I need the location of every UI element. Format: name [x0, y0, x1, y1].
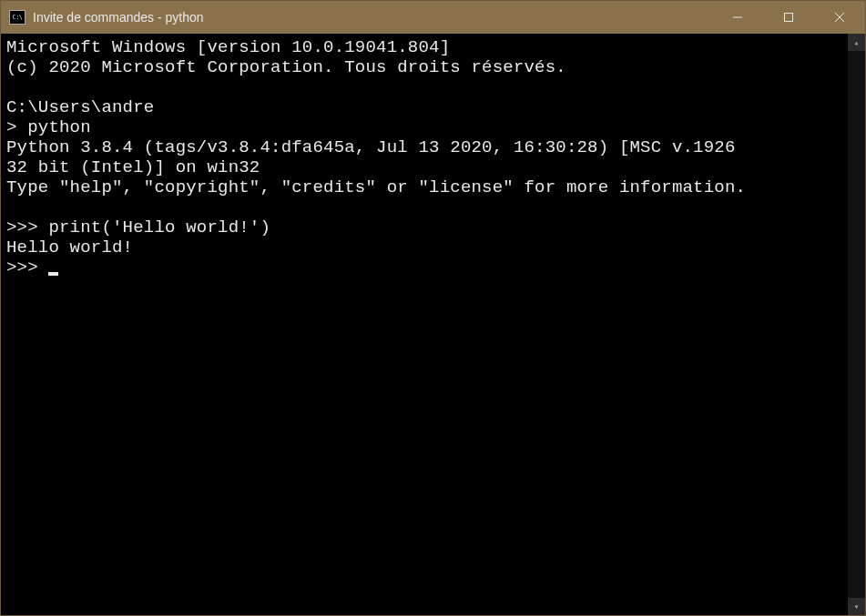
output-line: Python 3.8.4 (tags/v3.8.4:dfa645a, Jul 1… [6, 137, 736, 157]
close-button[interactable] [814, 1, 865, 34]
app-icon: C:\ [9, 10, 25, 25]
close-icon [834, 12, 845, 23]
terminal-output[interactable]: Microsoft Windows [version 10.0.19041.80… [1, 34, 848, 615]
output-line: Microsoft Windows [version 10.0.19041.80… [6, 37, 450, 57]
maximize-icon [783, 12, 794, 23]
scroll-up-icon[interactable]: ▴ [848, 34, 865, 51]
window-controls [712, 1, 865, 34]
minimize-icon [732, 12, 743, 23]
cursor [48, 272, 58, 276]
prompt-line[interactable]: >>> [6, 258, 48, 278]
maximize-button[interactable] [763, 1, 814, 34]
output-line: 32 bit (Intel)] on win32 [6, 157, 260, 177]
svg-rect-1 [785, 14, 793, 22]
output-line: >>> print('Hello world!') [6, 217, 270, 237]
output-line: Type "help", "copyright", "credits" or "… [6, 177, 746, 197]
command-prompt-window: C:\ Invite de commandes - python Mic [0, 0, 866, 616]
scroll-down-icon[interactable]: ▾ [848, 598, 865, 615]
output-line: (c) 2020 Microsoft Corporation. Tous dro… [6, 57, 566, 77]
terminal-body: Microsoft Windows [version 10.0.19041.80… [1, 34, 865, 615]
scrollbar[interactable]: ▴ ▾ [848, 34, 865, 615]
output-line: C:\Users\andre [6, 97, 154, 117]
output-line: > python [6, 117, 91, 137]
output-line: Hello world! [6, 237, 133, 258]
minimize-button[interactable] [712, 1, 763, 34]
titlebar[interactable]: C:\ Invite de commandes - python [1, 1, 865, 34]
window-title: Invite de commandes - python [33, 10, 712, 25]
